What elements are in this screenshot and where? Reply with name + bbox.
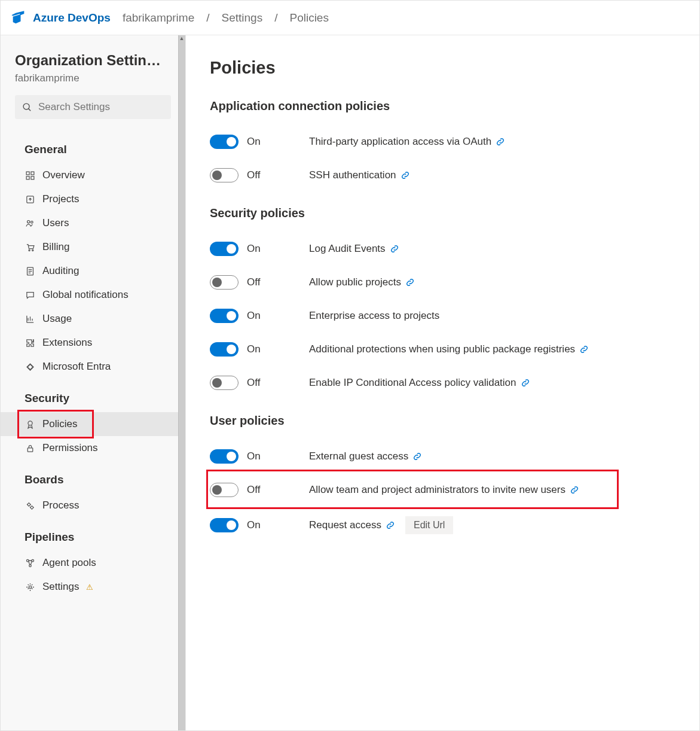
policy-row: OnExternal guest access xyxy=(210,440,675,473)
toggle-state-label: On xyxy=(247,243,261,255)
chart-icon xyxy=(25,313,35,324)
sidebar-item-label: Policies xyxy=(42,418,78,430)
svg-rect-16 xyxy=(27,447,33,451)
toggle-state-label: Off xyxy=(247,377,260,389)
scroll-up-icon[interactable]: ▲ xyxy=(178,35,185,42)
badge-icon xyxy=(25,419,35,430)
breadcrumb-settings[interactable]: Settings xyxy=(222,11,263,25)
section-title: Security policies xyxy=(210,206,675,220)
toggle-switch[interactable] xyxy=(210,242,239,256)
svg-line-1 xyxy=(29,108,31,111)
sidebar-item-process[interactable]: Process xyxy=(1,494,185,517)
policy-row: OnThird-party application access via OAu… xyxy=(210,125,675,159)
toggle-switch[interactable] xyxy=(210,342,239,357)
sidebar-title: Organization Settin… xyxy=(1,52,185,69)
toggle-switch[interactable] xyxy=(210,135,239,149)
sidebar-item-label: Overview xyxy=(42,169,85,181)
breadcrumb-separator: / xyxy=(274,11,277,25)
sidebar-item-label: Process xyxy=(42,499,79,511)
sidebar-group-title: Security xyxy=(1,379,185,412)
sidebar-item-permissions[interactable]: Permissions xyxy=(1,436,185,460)
link-icon[interactable] xyxy=(401,171,409,179)
policy-row: OffAllow team and project administrators… xyxy=(210,473,675,507)
policy-label: Allow team and project administrators to… xyxy=(309,484,579,496)
puzzle-icon xyxy=(25,337,35,348)
svg-point-15 xyxy=(27,421,32,425)
svg-point-8 xyxy=(30,221,33,223)
toggle-switch[interactable] xyxy=(210,449,239,464)
link-icon[interactable] xyxy=(406,278,414,287)
toggle-switch[interactable] xyxy=(210,376,239,390)
toggle-switch[interactable] xyxy=(210,275,239,290)
policy-label: Log Audit Events xyxy=(309,243,399,255)
sidebar-group-title: Boards xyxy=(1,460,185,494)
sidebar-item-agent-pools[interactable]: Agent pools xyxy=(1,551,185,575)
link-icon[interactable] xyxy=(386,521,395,529)
sidebar-item-microsoft-entra[interactable]: Microsoft Entra xyxy=(1,355,185,379)
sidebar-item-label: Projects xyxy=(42,193,79,205)
policy-row: OffSSH authentication xyxy=(210,159,675,192)
sidebar-group-title: Pipelines xyxy=(1,517,185,551)
toggle-switch[interactable] xyxy=(210,518,239,532)
toggle-switch[interactable] xyxy=(210,309,239,323)
grid-icon xyxy=(25,170,35,181)
svg-rect-2 xyxy=(26,172,29,175)
sidebar-subtitle: fabrikamprime xyxy=(1,69,185,95)
toggle-state-label: Off xyxy=(247,276,260,288)
top-bar: Azure DevOps fabrikamprime / Settings / … xyxy=(1,1,699,35)
sidebar-item-label: Billing xyxy=(42,241,69,253)
edit-url-button[interactable]: Edit Url xyxy=(405,516,453,534)
lock-icon xyxy=(25,443,35,453)
sidebar-item-global-notifications[interactable]: Global notifications xyxy=(1,283,185,307)
policy-label: Enable IP Conditional Access policy vali… xyxy=(309,377,530,389)
link-icon[interactable] xyxy=(496,138,505,146)
doc-icon xyxy=(25,266,35,276)
sidebar-item-label: Settings xyxy=(42,581,79,593)
toggle-state-label: On xyxy=(247,519,261,531)
breadcrumb-policies[interactable]: Policies xyxy=(289,11,328,25)
link-icon[interactable] xyxy=(413,452,421,461)
sidebar-item-auditing[interactable]: Auditing xyxy=(1,259,185,283)
policy-label: Additional protections when using public… xyxy=(309,343,588,355)
sidebar-item-usage[interactable]: Usage xyxy=(1,307,185,331)
nodes-icon xyxy=(25,558,35,568)
sidebar-item-projects[interactable]: Projects xyxy=(1,187,185,211)
policy-label: Enterprise access to projects xyxy=(309,310,439,322)
sidebar-item-extensions[interactable]: Extensions xyxy=(1,331,185,355)
sidebar-item-policies[interactable]: Policies xyxy=(1,412,185,436)
sidebar: ▲ Organization Settin… fabrikamprime Gen… xyxy=(1,35,186,730)
toggle-switch[interactable] xyxy=(210,168,239,182)
up-box-icon xyxy=(25,194,35,205)
sidebar-item-label: Microsoft Entra xyxy=(42,361,111,373)
link-icon[interactable] xyxy=(570,486,579,494)
sidebar-item-label: Agent pools xyxy=(42,557,96,569)
gears-icon xyxy=(25,500,35,511)
link-icon[interactable] xyxy=(580,345,588,354)
breadcrumb-separator: / xyxy=(206,11,209,25)
svg-point-18 xyxy=(30,506,33,508)
sidebar-item-overview[interactable]: Overview xyxy=(1,163,185,187)
breadcrumb-org[interactable]: fabrikamprime xyxy=(123,11,194,25)
toggle-state-label: Off xyxy=(247,169,260,181)
toggle-state-label: On xyxy=(247,310,261,322)
azure-devops-logo-icon[interactable] xyxy=(10,10,27,26)
policy-label: Third-party application access via OAuth xyxy=(309,136,505,148)
svg-rect-5 xyxy=(30,176,33,179)
scrollbar[interactable]: ▲ xyxy=(178,35,185,730)
sidebar-item-users[interactable]: Users xyxy=(1,211,185,235)
svg-point-7 xyxy=(27,220,29,223)
brand-link[interactable]: Azure DevOps xyxy=(33,11,111,25)
warning-icon: ⚠ xyxy=(86,583,93,592)
svg-rect-4 xyxy=(26,176,29,179)
link-icon[interactable] xyxy=(521,379,530,387)
policy-label: External guest access xyxy=(309,450,421,462)
main-content: Policies Application connection policies… xyxy=(186,35,699,730)
search-input[interactable] xyxy=(38,101,165,113)
policy-row: OnRequest accessEdit Url xyxy=(210,507,675,544)
toggle-switch[interactable] xyxy=(210,483,239,497)
sidebar-item-billing[interactable]: Billing xyxy=(1,235,185,259)
sidebar-item-label: Permissions xyxy=(42,442,98,454)
search-settings-box[interactable] xyxy=(15,95,171,119)
link-icon[interactable] xyxy=(390,245,399,253)
sidebar-item-settings[interactable]: Settings⚠ xyxy=(1,575,185,599)
